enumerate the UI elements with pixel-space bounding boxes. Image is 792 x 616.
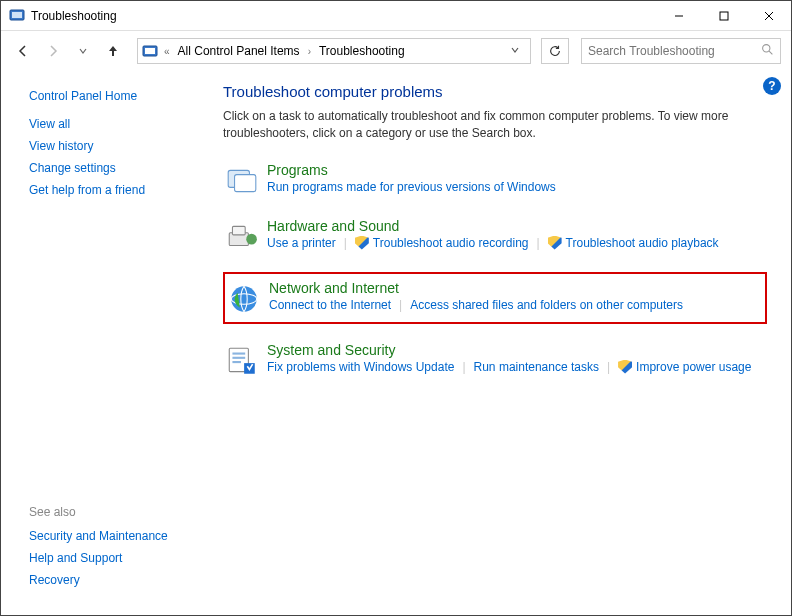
sidebar-link[interactable]: View history (29, 139, 185, 153)
shield-icon (618, 360, 632, 374)
category-link[interactable]: Troubleshoot audio playback (548, 236, 719, 250)
category-title[interactable]: Programs (267, 162, 765, 178)
sidebar-link[interactable]: View all (29, 117, 185, 131)
category-hardware-and-sound: Hardware and SoundUse a printer|Troubles… (223, 216, 767, 256)
category-icon (225, 164, 259, 198)
category-network-and-internet: Network and InternetConnect to the Inter… (223, 272, 767, 324)
app-icon (9, 8, 25, 24)
category-link[interactable]: Fix problems with Windows Update (267, 360, 454, 374)
category-title[interactable]: Network and Internet (269, 280, 763, 296)
control-panel-home-link[interactable]: Control Panel Home (29, 89, 185, 103)
category-link-label: Troubleshoot audio recording (373, 236, 529, 250)
category-icon (225, 220, 259, 254)
link-separator: | (607, 360, 610, 374)
category-link[interactable]: Run programs made for previous versions … (267, 180, 556, 194)
svg-rect-20 (232, 361, 241, 363)
breadcrumb-prefix: « (162, 46, 172, 57)
category-link[interactable]: Use a printer (267, 236, 336, 250)
category-programs: ProgramsRun programs made for previous v… (223, 160, 767, 200)
category-link[interactable]: Troubleshoot audio recording (355, 236, 529, 250)
category-link-label: Use a printer (267, 236, 336, 250)
refresh-button[interactable] (541, 38, 569, 64)
link-separator: | (344, 236, 347, 250)
maximize-button[interactable] (701, 2, 746, 30)
category-link-label: Connect to the Internet (269, 298, 391, 312)
see-also-label: See also (29, 505, 185, 519)
recent-dropdown[interactable] (71, 39, 95, 63)
see-also-link[interactable]: Help and Support (29, 551, 185, 565)
category-link[interactable]: Improve power usage (618, 360, 751, 374)
category-system-and-security: System and SecurityFix problems with Win… (223, 340, 767, 380)
category-icon (225, 344, 259, 378)
shield-icon (548, 236, 562, 250)
forward-button[interactable] (41, 39, 65, 63)
sidebar-link[interactable]: Get help from a friend (29, 183, 185, 197)
sidebar-link[interactable]: Change settings (29, 161, 185, 175)
category-link-label: Improve power usage (636, 360, 751, 374)
close-button[interactable] (746, 2, 791, 30)
control-panel-icon (142, 43, 158, 59)
category-link-label: Run programs made for previous versions … (267, 180, 556, 194)
minimize-button[interactable] (656, 2, 701, 30)
shield-icon (355, 236, 369, 250)
category-link-label: Troubleshoot audio playback (566, 236, 719, 250)
link-separator: | (462, 360, 465, 374)
link-separator: | (399, 298, 402, 312)
category-link[interactable]: Access shared files and folders on other… (410, 298, 683, 312)
see-also-link[interactable]: Security and Maintenance (29, 529, 185, 543)
svg-rect-13 (232, 226, 245, 235)
svg-rect-19 (232, 356, 245, 358)
category-link[interactable]: Connect to the Internet (269, 298, 391, 312)
nav-bar: « All Control Panel Items › Troubleshoot… (1, 31, 791, 71)
search-box[interactable] (581, 38, 781, 64)
back-button[interactable] (11, 39, 35, 63)
search-icon (761, 43, 774, 59)
address-dropdown[interactable] (504, 44, 526, 58)
category-link[interactable]: Run maintenance tasks (474, 360, 599, 374)
svg-point-14 (246, 233, 257, 244)
address-bar[interactable]: « All Control Panel Items › Troubleshoot… (137, 38, 531, 64)
page-heading: Troubleshoot computer problems (223, 83, 767, 100)
svg-point-8 (763, 45, 770, 52)
link-separator: | (536, 236, 539, 250)
category-title[interactable]: System and Security (267, 342, 765, 358)
svg-rect-1 (12, 12, 22, 18)
category-link-label: Fix problems with Windows Update (267, 360, 454, 374)
svg-rect-3 (720, 12, 728, 20)
breadcrumb-item[interactable]: All Control Panel Items (176, 42, 302, 60)
see-also-link[interactable]: Recovery (29, 573, 185, 587)
help-icon[interactable]: ? (763, 77, 781, 95)
category-link-label: Access shared files and folders on other… (410, 298, 683, 312)
svg-line-9 (769, 51, 772, 54)
main-content: ? Troubleshoot computer problems Click o… (201, 71, 791, 616)
window-title: Troubleshooting (31, 9, 117, 23)
page-description: Click on a task to automatically trouble… (223, 108, 743, 142)
up-button[interactable] (101, 39, 125, 63)
category-title[interactable]: Hardware and Sound (267, 218, 765, 234)
svg-rect-18 (232, 352, 245, 354)
search-input[interactable] (588, 44, 761, 58)
chevron-right-icon: › (306, 46, 313, 57)
breadcrumb-item[interactable]: Troubleshooting (317, 42, 407, 60)
svg-rect-11 (235, 174, 256, 191)
titlebar: Troubleshooting (1, 1, 791, 31)
svg-rect-7 (145, 48, 155, 54)
category-icon (227, 282, 261, 316)
category-link-label: Run maintenance tasks (474, 360, 599, 374)
sidebar: Control Panel Home View allView historyC… (1, 71, 201, 616)
